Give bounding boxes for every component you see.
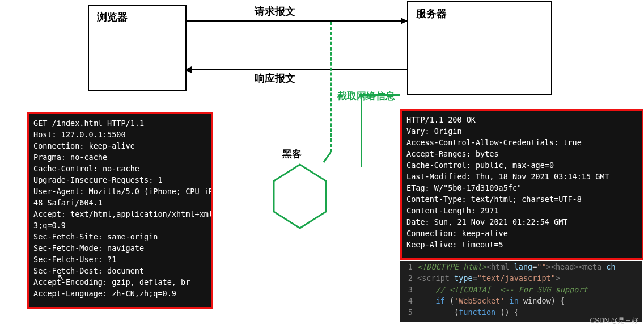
- intercept-line-bottom: [361, 94, 362, 167]
- code-snippet: 1<!DOCTYPE html><html lang=""><head><met…: [400, 261, 642, 322]
- browser-title: 浏览器: [97, 10, 128, 24]
- response-label: 响应报文: [252, 72, 298, 85]
- response-arrow: [185, 69, 407, 70]
- request-label: 请求报文: [252, 5, 298, 18]
- response-terminal: HTTP/1.1 200 OK Vary: Origin Access-Cont…: [400, 109, 643, 260]
- svg-marker-0: [274, 165, 326, 228]
- request-arrow: [185, 20, 407, 22]
- intercept-label: 截取网络信息: [337, 90, 395, 103]
- browser-box: 浏览器: [88, 5, 187, 91]
- response-text: HTTP/1.1 200 OK Vary: Origin Access-Cont…: [402, 111, 642, 254]
- diagram-canvas: 浏览器 服务器 请求报文 响应报文 截取网络信息 黑客 GET /index.h…: [0, 0, 644, 328]
- hacker-hexagon: [272, 163, 328, 229]
- intercept-line-top: [330, 22, 332, 152]
- hex-connector: [323, 152, 332, 163]
- server-box: 服务器: [407, 1, 552, 95]
- request-text: GET /index.html HTTP/1.1 Host: 127.0.0.1…: [29, 114, 211, 302]
- watermark: CSDN @是三好: [590, 316, 638, 326]
- server-title: 服务器: [416, 7, 447, 20]
- hacker-label: 黑客: [282, 148, 302, 161]
- request-terminal: GET /index.html HTTP/1.1 Host: 127.0.0.1…: [27, 112, 213, 309]
